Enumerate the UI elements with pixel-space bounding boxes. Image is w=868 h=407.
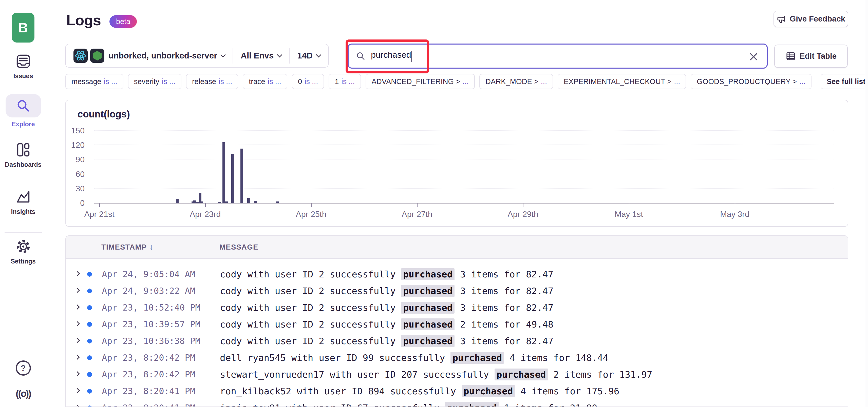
y-axis-tick-label: 30 bbox=[75, 184, 85, 193]
edit-table-button[interactable]: Edit Table bbox=[774, 44, 848, 68]
sidebar-item-explore[interactable]: Explore bbox=[0, 94, 46, 128]
sidebar-item-issues[interactable]: Issues bbox=[0, 53, 46, 80]
environment-selector[interactable]: All Envs bbox=[233, 44, 289, 67]
expand-row-chevron-icon[interactable] bbox=[75, 305, 87, 310]
date-range-selector[interactable]: 14D bbox=[289, 44, 328, 67]
gear-icon bbox=[15, 238, 31, 255]
log-count-chart-card: count(logs) 0306090120150 Apr 21stApr 23… bbox=[65, 100, 848, 227]
log-message: cody with user ID 2 successfully purchas… bbox=[220, 319, 553, 330]
filter-chip[interactable]: GOODS_PRODUCTQUERY >... bbox=[691, 74, 811, 89]
chart-gridline bbox=[94, 174, 834, 174]
chart-gridline bbox=[94, 144, 834, 145]
search-match-highlight: purchased bbox=[462, 385, 515, 397]
y-axis-tick-label: 0 bbox=[80, 198, 85, 208]
filter-chip[interactable]: traceis ... bbox=[243, 74, 287, 89]
expand-row-chevron-icon[interactable] bbox=[75, 272, 87, 276]
x-axis-tick-label: May 3rd bbox=[720, 210, 749, 219]
log-count-bar[interactable] bbox=[225, 201, 228, 203]
chart-y-axis-labels: 0306090120150 bbox=[66, 100, 85, 226]
log-count-bar[interactable] bbox=[222, 142, 225, 203]
log-level-dot bbox=[87, 372, 102, 377]
sidebar-item-label: Settings bbox=[11, 258, 36, 265]
x-axis-tick-label: Apr 25th bbox=[296, 210, 327, 219]
filter-chips-row: messageis ...severityis ...releaseis ...… bbox=[65, 74, 868, 89]
clear-search-icon[interactable]: × bbox=[748, 49, 759, 63]
log-count-bar[interactable] bbox=[200, 201, 203, 203]
log-row[interactable]: Apr 23, 10:36:38 PMcody with user ID 2 s… bbox=[66, 333, 848, 349]
sidebar: B Issues Explore Dashboards Insights bbox=[0, 0, 46, 407]
y-axis-tick-label: 60 bbox=[75, 169, 85, 179]
log-message: stewart_vonrueden17 with user ID 207 suc… bbox=[220, 369, 652, 380]
give-feedback-button[interactable]: Give Feedback bbox=[774, 11, 848, 27]
log-timestamp: Apr 23, 8:20:41 PM bbox=[102, 403, 220, 407]
expand-row-chevron-icon[interactable] bbox=[75, 339, 87, 343]
log-count-bar[interactable] bbox=[231, 154, 234, 203]
message-column-header[interactable]: MESSAGE bbox=[219, 243, 258, 251]
log-row[interactable]: Apr 24, 9:03:22 AMcody with user ID 2 su… bbox=[66, 282, 848, 299]
see-full-list-chip[interactable]: See full list bbox=[820, 74, 868, 89]
log-timestamp: Apr 23, 8:20:42 PM bbox=[102, 352, 220, 363]
sidebar-item-dashboards[interactable]: Dashboards bbox=[0, 142, 46, 168]
expand-row-chevron-icon[interactable] bbox=[75, 355, 87, 360]
expand-row-chevron-icon[interactable] bbox=[75, 405, 87, 407]
megaphone-icon bbox=[777, 14, 786, 24]
log-row[interactable]: Apr 23, 8:20:42 PMstewart_vonrueden17 wi… bbox=[66, 366, 848, 383]
issues-inbox-icon bbox=[15, 53, 31, 69]
log-count-bar[interactable] bbox=[254, 201, 257, 203]
sidebar-item-settings[interactable]: Settings bbox=[0, 238, 46, 265]
log-message: cody with user ID 2 successfully purchas… bbox=[220, 336, 553, 346]
log-search-input[interactable]: purchased × bbox=[348, 43, 768, 69]
logs-table-header: TIMESTAMP ↓ MESSAGE bbox=[66, 236, 848, 259]
log-timestamp: Apr 24, 9:03:22 AM bbox=[102, 286, 220, 296]
log-row[interactable]: Apr 23, 8:20:42 PMdell_ryan545 with user… bbox=[66, 349, 848, 366]
log-count-bar[interactable] bbox=[218, 202, 221, 203]
project-selector[interactable]: unborked, unborked-server bbox=[66, 44, 232, 67]
sidebar-item-insights[interactable]: Insights bbox=[0, 189, 46, 215]
expand-row-chevron-icon[interactable] bbox=[75, 372, 87, 377]
search-match-highlight: purchased bbox=[445, 402, 499, 407]
log-timestamp: Apr 24, 9:05:04 AM bbox=[102, 269, 220, 279]
expand-row-chevron-icon[interactable] bbox=[75, 322, 87, 327]
page-scrollbar[interactable] bbox=[865, 0, 868, 407]
expand-row-chevron-icon[interactable] bbox=[75, 289, 87, 293]
filter-chip[interactable]: severityis ... bbox=[128, 74, 181, 89]
search-icon bbox=[356, 52, 365, 61]
x-axis-tick-label: Apr 21st bbox=[84, 210, 114, 219]
x-axis-tick bbox=[735, 203, 735, 207]
log-count-bar[interactable] bbox=[193, 200, 196, 203]
filter-chip[interactable]: 1is ... bbox=[329, 74, 361, 89]
search-icon bbox=[15, 98, 31, 114]
filter-chip[interactable]: releaseis ... bbox=[186, 74, 238, 89]
log-level-dot bbox=[87, 305, 102, 310]
log-timestamp: Apr 23, 8:20:42 PM bbox=[102, 369, 220, 379]
filter-chip[interactable]: DARK_MODE >... bbox=[479, 74, 553, 89]
filter-chip[interactable]: ADVANCED_FILTERING >... bbox=[366, 74, 475, 89]
log-message: ron_kilback52 with user ID 894 successfu… bbox=[220, 386, 619, 396]
log-row[interactable]: Apr 24, 9:05:04 AMcody with user ID 2 su… bbox=[66, 266, 848, 282]
timestamp-column-header[interactable]: TIMESTAMP ↓ bbox=[101, 242, 219, 251]
filter-chip[interactable]: EXPERIMENTAL_CHECKOUT >... bbox=[558, 74, 686, 89]
log-count-bar[interactable] bbox=[196, 202, 198, 203]
org-avatar[interactable]: B bbox=[12, 13, 34, 42]
expand-row-chevron-icon[interactable] bbox=[75, 389, 87, 393]
x-axis-tick-label: Apr 23rd bbox=[190, 210, 221, 219]
x-axis-tick bbox=[311, 203, 312, 207]
log-row[interactable]: Apr 23, 8:20:41 PMron_kilback52 with use… bbox=[66, 383, 848, 399]
log-message: cody with user ID 2 successfully purchas… bbox=[220, 269, 553, 279]
filter-chip[interactable]: 0is ... bbox=[292, 74, 324, 89]
log-message: dell_ryan545 with user ID 99 successfull… bbox=[220, 352, 608, 363]
log-row[interactable]: Apr 23, 10:52:40 PMcody with user ID 2 s… bbox=[66, 299, 848, 316]
log-count-bar[interactable] bbox=[247, 198, 250, 203]
whats-new-button[interactable]: ((o)) bbox=[0, 388, 46, 399]
log-row[interactable]: Apr 23, 8:20:41 PMjanie_toy81 with user … bbox=[66, 399, 848, 407]
log-count-bar[interactable] bbox=[176, 199, 179, 203]
search-match-highlight: purchased bbox=[495, 369, 548, 380]
log-count-bar[interactable] bbox=[241, 148, 243, 203]
filter-chip[interactable]: messageis ... bbox=[65, 74, 123, 89]
log-row[interactable]: Apr 23, 10:39:57 PMcody with user ID 2 s… bbox=[66, 316, 848, 333]
x-axis-tick-label: May 1st bbox=[615, 210, 643, 219]
help-button[interactable]: ? bbox=[0, 361, 46, 376]
x-axis-tick-label: Apr 27th bbox=[402, 210, 432, 219]
chart-plot-area[interactable]: Apr 21stApr 23rdApr 25thApr 27thApr 29th… bbox=[94, 131, 834, 203]
log-count-bar[interactable] bbox=[276, 201, 279, 203]
